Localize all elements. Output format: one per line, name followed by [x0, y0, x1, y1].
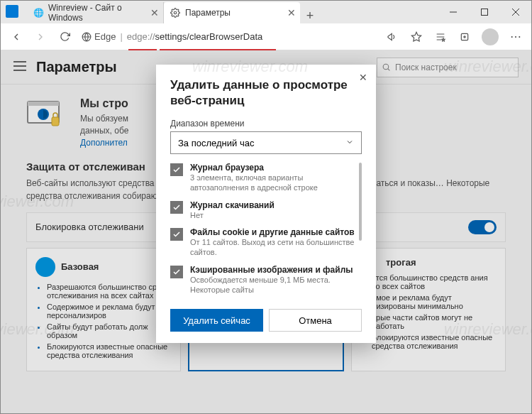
clear-now-button[interactable]: Удалить сейчас — [170, 309, 263, 332]
tab-winreview[interactable]: 🌐 Winreview - Сайт о Windows ✕ — [28, 2, 164, 23]
modal-overlay: ✕ Удалить данные о просмотре веб-страниц… — [1, 50, 531, 413]
menu-button[interactable]: ⋯ — [504, 26, 527, 48]
list-item[interactable]: Файлы cookie и другие данные сайтовОт 11… — [170, 227, 355, 258]
url-id-chip: Edge — [82, 31, 116, 42]
tab-label: Winreview - Сайт о Windows — [48, 3, 143, 23]
svg-marker-7 — [442, 38, 445, 41]
clear-data-dialog: ✕ Удалить данные о просмотре веб-страниц… — [156, 65, 376, 343]
chevron-down-icon — [345, 138, 354, 148]
time-range-select[interactable]: За последний час — [170, 131, 362, 154]
address-bar[interactable]: Edge | edge://settings/clearBrowserData — [77, 27, 379, 47]
titlebar: 🌐 Winreview - Сайт о Windows ✕ Параметры… — [1, 1, 531, 23]
profile-avatar[interactable] — [482, 28, 499, 45]
tabstrip: 🌐 Winreview - Сайт о Windows ✕ Параметры… — [1, 1, 438, 23]
svg-rect-2 — [482, 9, 488, 16]
checkbox-checked[interactable] — [170, 266, 183, 278]
tab-label: Параметры — [185, 8, 231, 18]
close-icon[interactable]: ✕ — [359, 72, 367, 83]
select-value: За последний час — [178, 138, 254, 148]
forward-button[interactable] — [29, 26, 52, 48]
svg-point-0 — [174, 11, 177, 14]
list-item[interactable]: Журнал скачиванийНет — [170, 200, 355, 220]
close-button[interactable] — [500, 1, 531, 23]
window-controls — [438, 1, 531, 23]
dialog-title: Удалить данные о просмотре веб-страниц — [170, 77, 362, 109]
favorites-bar-icon[interactable] — [429, 26, 452, 48]
minimize-button[interactable] — [438, 1, 469, 23]
favicon-winreview: 🌐 — [33, 7, 44, 18]
data-type-list: Журнал браузера3 элемента, включая вариа… — [170, 163, 362, 302]
gear-icon — [170, 7, 181, 18]
close-icon[interactable]: ✕ — [287, 7, 296, 18]
refresh-button[interactable] — [53, 26, 76, 48]
checkbox-checked[interactable] — [170, 228, 183, 241]
close-icon[interactable]: ✕ — [150, 7, 159, 18]
collections-icon[interactable] — [453, 26, 476, 48]
favorite-icon[interactable] — [405, 26, 428, 48]
read-aloud-icon[interactable] — [381, 26, 404, 48]
browser-window: 🌐 Winreview - Сайт о Windows ✕ Параметры… — [0, 0, 532, 414]
back-button[interactable] — [5, 26, 28, 48]
scrollbar[interactable] — [359, 163, 362, 241]
new-tab-button[interactable]: + — [300, 9, 320, 23]
cancel-button[interactable]: Отмена — [269, 309, 362, 332]
list-item[interactable]: Журнал браузера3 элемента, включая вариа… — [170, 163, 355, 193]
maximize-button[interactable] — [469, 1, 500, 23]
checkbox-checked[interactable] — [170, 201, 183, 214]
list-item[interactable]: Кэшированные изображения и файлыОсвобожд… — [170, 265, 355, 295]
svg-marker-6 — [411, 32, 421, 41]
separator: | — [120, 31, 122, 42]
app-icon — [6, 5, 18, 18]
checkbox-checked[interactable] — [170, 163, 183, 176]
url-text: edge://settings/clearBrowserData — [127, 31, 263, 42]
toolbar: Edge | edge://settings/clearBrowserData … — [1, 23, 531, 50]
tab-settings[interactable]: Параметры ✕ — [164, 2, 300, 23]
dialog-buttons: Удалить сейчас Отмена — [170, 309, 362, 332]
page-content: Параметры Поиск настроек Мы стро--------… — [1, 50, 531, 413]
time-range-label: Диапазон времени — [170, 119, 362, 129]
